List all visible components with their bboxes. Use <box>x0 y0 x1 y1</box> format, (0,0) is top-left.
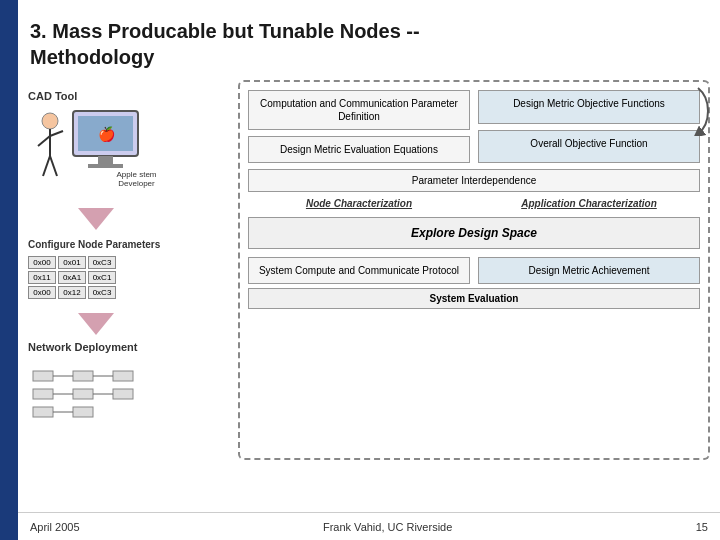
down-arrow-1 <box>78 208 114 230</box>
right-boxes: Design Metric Objective Functions Overal… <box>478 90 700 163</box>
left-boxes: Computation and Communication Parameter … <box>248 90 470 163</box>
svg-rect-15 <box>73 389 93 399</box>
monitor-icon: 🍎 <box>68 106 148 176</box>
sys-eval-row: System Compute and Communicate Protocol … <box>248 257 700 284</box>
footer-page: 15 <box>696 521 708 533</box>
slide-title: 3. Mass Producable but Tunable Nodes -- … <box>30 18 708 70</box>
svg-rect-18 <box>113 389 133 399</box>
slide: 3. Mass Producable but Tunable Nodes -- … <box>0 0 720 540</box>
main-content: CAD Tool <box>18 80 720 510</box>
svg-rect-12 <box>33 389 53 399</box>
svg-line-2 <box>38 136 50 146</box>
reg-cell: 0xA1 <box>58 271 86 284</box>
comp-comm-box: Computation and Communication Parameter … <box>248 90 470 130</box>
network-label: Network Deployment <box>28 341 137 353</box>
app-char-label: Application Characterization <box>478 198 700 209</box>
sys-compute-box: System Compute and Communicate Protocol <box>248 257 470 284</box>
reg-cell: 0xC1 <box>88 271 116 284</box>
param-interdep-box: Parameter Interdependence <box>248 169 700 192</box>
cad-icon-area: 🍎 Apple stem Developer <box>28 106 158 196</box>
svg-rect-11 <box>33 371 53 381</box>
svg-line-5 <box>50 156 57 176</box>
person-icon <box>33 111 68 191</box>
design-metric-obj-box: Design Metric Objective Functions <box>478 90 700 124</box>
svg-text:🍎: 🍎 <box>98 126 116 143</box>
footer: April 2005 Frank Vahid, UC Riverside 15 <box>18 512 720 540</box>
configure-label: Configure Node Parameters <box>28 238 160 250</box>
reg-cell: 0x00 <box>28 286 56 299</box>
svg-rect-8 <box>98 156 113 164</box>
down-arrow-2 <box>78 313 114 335</box>
reg-cell: 0x01 <box>58 256 86 269</box>
right-panel: Computation and Communication Parameter … <box>238 80 710 460</box>
design-metric-ach-box: Design Metric Achievement <box>478 257 700 284</box>
left-bar <box>0 0 18 540</box>
svg-rect-17 <box>113 371 133 381</box>
overall-obj-box: Overall Objective Function <box>478 130 700 164</box>
svg-point-0 <box>42 113 58 129</box>
reg-row-3: 0x00 0x12 0xC3 <box>28 286 116 299</box>
reg-cell: 0xC3 <box>88 256 116 269</box>
svg-rect-13 <box>33 407 53 417</box>
design-metric-eval-box: Design Metric Evaluation Equations <box>248 136 470 163</box>
node-char-label: Node Characterization <box>248 198 470 209</box>
sys-eval-label: System Evaluation <box>248 288 700 309</box>
left-column: CAD Tool <box>28 80 228 444</box>
network-icon <box>28 361 148 444</box>
reg-cell: 0x00 <box>28 256 56 269</box>
header: 3. Mass Producable but Tunable Nodes -- … <box>18 10 720 78</box>
cad-tool-label: CAD Tool <box>28 90 77 102</box>
reg-row-1: 0x00 0x01 0xC3 <box>28 256 116 269</box>
reg-cell: 0x11 <box>28 271 56 284</box>
explore-design-space-box: Explore Design Space <box>248 217 700 249</box>
reg-cell: 0x12 <box>58 286 86 299</box>
svg-rect-14 <box>73 371 93 381</box>
param-char-row: Parameter Interdependence <box>248 169 700 192</box>
param-registers: 0x00 0x01 0xC3 0x11 0xA1 0xC1 0x00 0x12 … <box>28 256 116 301</box>
apple-label: Apple stem Developer <box>115 170 158 188</box>
footer-date: April 2005 <box>30 521 80 533</box>
reg-row-2: 0x11 0xA1 0xC1 <box>28 271 116 284</box>
svg-line-3 <box>50 131 63 136</box>
top-area: Computation and Communication Parameter … <box>248 90 700 163</box>
svg-rect-9 <box>88 164 123 168</box>
char-row: Node Characterization Application Charac… <box>248 198 700 209</box>
svg-line-4 <box>43 156 50 176</box>
curved-arrow-icon <box>686 86 710 136</box>
footer-author: Frank Vahid, UC Riverside <box>323 521 452 533</box>
svg-rect-16 <box>73 407 93 417</box>
sys-eval-area: System Compute and Communicate Protocol … <box>248 257 700 309</box>
reg-cell: 0xC3 <box>88 286 116 299</box>
